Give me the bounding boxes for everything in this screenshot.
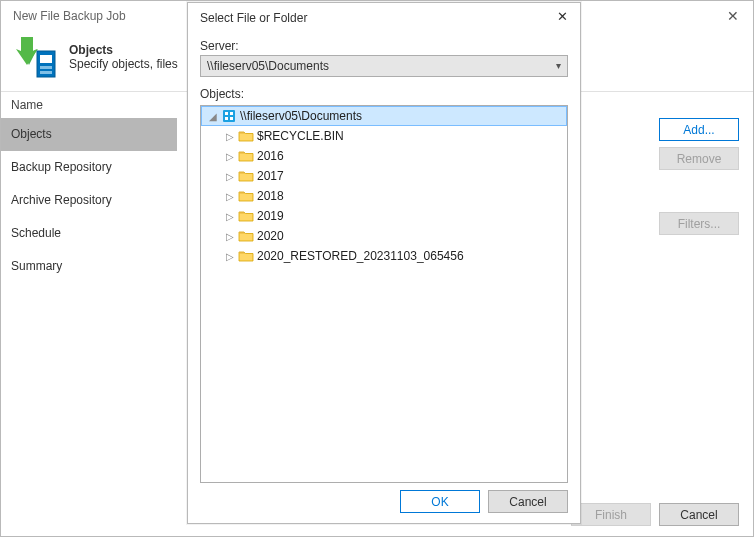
- close-icon[interactable]: ✕: [717, 5, 749, 27]
- tree-item[interactable]: ▷2017: [201, 166, 567, 186]
- svg-rect-4: [223, 110, 235, 122]
- sidebar-item-summary[interactable]: Summary: [1, 250, 177, 283]
- cancel-button[interactable]: Cancel: [659, 503, 739, 526]
- page-title: Objects: [69, 43, 178, 57]
- window-title: New File Backup Job: [13, 9, 126, 23]
- close-icon[interactable]: ✕: [548, 7, 576, 27]
- server-value: \\fileserv05\Documents: [207, 59, 329, 73]
- server-dropdown[interactable]: \\fileserv05\Documents ▾: [200, 55, 568, 77]
- tree-item-label: 2019: [255, 209, 284, 223]
- sidebar-item-backup-repository[interactable]: Backup Repository: [1, 151, 177, 184]
- add-button[interactable]: Add...: [659, 118, 739, 141]
- server-label: Server:: [200, 39, 568, 53]
- tree-item-label: 2018: [255, 189, 284, 203]
- folder-icon: [237, 249, 255, 263]
- tree-item[interactable]: ▷$RECYCLE.BIN: [201, 126, 567, 146]
- expand-icon[interactable]: ▷: [223, 231, 237, 242]
- folder-icon: [237, 129, 255, 143]
- wizard-window: New File Backup Job ✕ Objects Specify ob…: [0, 0, 754, 537]
- tree-root[interactable]: ◢ \\fileserv05\Documents: [201, 106, 567, 126]
- sidebar-item-schedule[interactable]: Schedule: [1, 217, 177, 250]
- sidebar-item-objects[interactable]: Objects: [1, 118, 177, 151]
- expand-icon[interactable]: ▷: [223, 131, 237, 142]
- folder-icon: [237, 189, 255, 203]
- expand-icon[interactable]: ▷: [223, 171, 237, 182]
- folder-icon: [237, 229, 255, 243]
- ok-button[interactable]: OK: [400, 490, 480, 513]
- wizard-sidebar: Name ObjectsBackup RepositoryArchive Rep…: [1, 92, 177, 492]
- svg-rect-2: [40, 66, 52, 69]
- tree-item[interactable]: ▷2019: [201, 206, 567, 226]
- svg-rect-8: [230, 117, 233, 120]
- folder-icon: [237, 169, 255, 183]
- server-icon: [220, 108, 238, 124]
- folder-icon: [237, 209, 255, 223]
- objects-label: Objects:: [200, 87, 568, 101]
- page-subtitle: Specify objects, files: [69, 57, 178, 71]
- objects-tree[interactable]: ◢ \\fileserv05\Documents ▷$RECYCLE.BIN▷2…: [200, 105, 568, 483]
- sidebar-header: Name: [1, 92, 177, 118]
- dialog-footer: OK Cancel: [400, 490, 568, 513]
- tree-item-label: 2020: [255, 229, 284, 243]
- svg-rect-5: [225, 112, 228, 115]
- svg-rect-7: [225, 117, 228, 120]
- collapse-icon[interactable]: ◢: [206, 111, 220, 122]
- select-file-dialog: Select File or Folder ✕ Server: \\filese…: [187, 2, 581, 524]
- filters-button: Filters...: [659, 212, 739, 235]
- svg-rect-3: [40, 71, 52, 74]
- chevron-down-icon: ▾: [556, 60, 561, 71]
- tree-item[interactable]: ▷2018: [201, 186, 567, 206]
- expand-icon[interactable]: ▷: [223, 191, 237, 202]
- expand-icon[interactable]: ▷: [223, 211, 237, 222]
- tree-item-label: 2016: [255, 149, 284, 163]
- objects-icon: [11, 33, 59, 81]
- tree-item-label: 2017: [255, 169, 284, 183]
- tree-root-label: \\fileserv05\Documents: [238, 109, 362, 123]
- tree-item[interactable]: ▷2016: [201, 146, 567, 166]
- tree-item-label: $RECYCLE.BIN: [255, 129, 344, 143]
- remove-button: Remove: [659, 147, 739, 170]
- wizard-footer: Finish Cancel: [571, 503, 739, 526]
- finish-button: Finish: [571, 503, 651, 526]
- sidebar-item-archive-repository[interactable]: Archive Repository: [1, 184, 177, 217]
- tree-item-label: 2020_RESTORED_20231103_065456: [255, 249, 464, 263]
- svg-rect-6: [230, 112, 233, 115]
- action-buttons: Add... Remove Filters...: [659, 118, 739, 235]
- svg-rect-1: [40, 55, 52, 63]
- cancel-button[interactable]: Cancel: [488, 490, 568, 513]
- tree-item[interactable]: ▷2020_RESTORED_20231103_065456: [201, 246, 567, 266]
- folder-icon: [237, 149, 255, 163]
- dialog-title: Select File or Folder: [200, 11, 307, 25]
- expand-icon[interactable]: ▷: [223, 151, 237, 162]
- expand-icon[interactable]: ▷: [223, 251, 237, 262]
- tree-item[interactable]: ▷2020: [201, 226, 567, 246]
